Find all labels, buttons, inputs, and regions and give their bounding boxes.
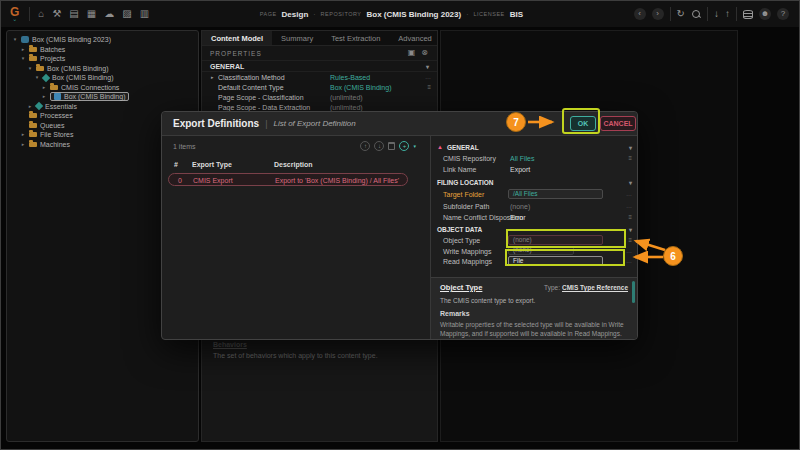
chevron-right-icon[interactable]: ▸ (20, 132, 26, 137)
object-type-input[interactable]: (none) (508, 235, 603, 245)
chevron-down-icon[interactable]: ▾ (27, 66, 33, 71)
toolbar-divider (670, 7, 671, 21)
prop-value[interactable]: Export (510, 166, 530, 173)
menu-button[interactable]: ≡ (628, 237, 632, 243)
chevron-right-icon[interactable]: ▸ (211, 74, 218, 80)
user-icon[interactable]: ☻ (759, 8, 771, 20)
prop-value[interactable]: (none) (510, 203, 530, 210)
app-logo[interactable]: G ⌄ (10, 6, 19, 22)
tree-item-box-folder[interactable]: ▾ Box (CMIS Binding) (7, 64, 198, 74)
items-count: 1 items (173, 143, 196, 150)
ellipsis-button[interactable]: … (626, 248, 632, 254)
chevron-down-icon[interactable]: ▾ (34, 75, 40, 80)
delete-icon[interactable] (388, 142, 395, 150)
prop-value[interactable]: All Files (510, 155, 535, 162)
chevron-right-icon[interactable]: ▸ (41, 85, 47, 90)
tree-item-batches[interactable]: ▸ Batches (7, 45, 198, 55)
ellipsis-button[interactable]: … (626, 203, 632, 209)
refresh-icon[interactable]: ↻ (677, 9, 685, 19)
tasks-icon[interactable]: ▦ (87, 9, 96, 19)
chevron-right-icon[interactable]: ▸ (20, 47, 26, 52)
jobs-icon[interactable]: ▨ (122, 9, 131, 19)
licensee-value[interactable]: BIS (510, 10, 523, 19)
ellipsis-button[interactable]: … (626, 191, 632, 197)
export-definitions-dialog: Export Definitions | List of Export Defi… (161, 111, 638, 340)
row-subfolder-path: Subfolder Path (none) … (431, 201, 637, 212)
batches-icon[interactable]: ▤ (69, 9, 78, 19)
tab-test-extraction[interactable]: Test Extraction (322, 31, 389, 45)
prop-value[interactable]: Box (CMIS Binding) (330, 84, 391, 91)
chevron-right-icon[interactable]: ▸ (20, 142, 26, 147)
tab-summary[interactable]: Summary (272, 31, 322, 45)
write-mappings-input[interactable]: (none) (508, 246, 574, 255)
tree-item-box-project[interactable]: ▾ Box (CMIS Binding) (7, 73, 198, 83)
save-icon[interactable]: ▣ (408, 49, 417, 57)
design-tools-icon[interactable]: ⚒ (52, 9, 61, 19)
ellipsis-button[interactable]: … (626, 258, 632, 264)
download-icon[interactable]: ↓ (714, 9, 719, 19)
list-toolbar: ↑ ↓ + ▾ (360, 141, 416, 151)
menu-button[interactable]: ≡ (628, 155, 632, 161)
prop-value[interactable]: Error (510, 214, 526, 221)
help-remarks-header: Remarks (440, 310, 628, 317)
ellipsis-button[interactable]: … (425, 74, 431, 80)
add-icon[interactable]: + (399, 141, 409, 151)
menu-button[interactable]: ≡ (427, 84, 431, 90)
chevron-down-icon[interactable]: ▾ (629, 226, 632, 233)
chevron-right-icon[interactable]: ▸ (41, 94, 47, 99)
tree-item-root[interactable]: ▾ Box (CMIS Binding 2023) (7, 35, 198, 45)
chevron-down-icon[interactable]: ▾ (629, 144, 632, 151)
export-definition-properties: ▲ GENERAL ▾ CMIS Repository All Files ≡ … (430, 136, 637, 339)
search-icon[interactable] (691, 9, 701, 19)
stats-icon[interactable]: ▥ (140, 9, 149, 19)
section-general[interactable]: GENERAL ▾ (202, 60, 437, 72)
tree-item-cmis-connections[interactable]: ▸ CMIS Connections (7, 83, 198, 93)
help-property-name: Behaviors (213, 341, 426, 348)
section-filing-location[interactable]: FILING LOCATION ▾ (437, 177, 632, 187)
help-icon[interactable]: ? (777, 8, 789, 20)
prop-value[interactable]: (unlimited) (330, 94, 363, 101)
ok-button[interactable]: OK (570, 116, 596, 131)
section-object-data[interactable]: OBJECT DATA ▾ (437, 224, 632, 234)
read-mappings-input[interactable]: File (508, 256, 603, 266)
help-type-link[interactable]: CMIS Type Reference (562, 284, 628, 291)
repository-value[interactable]: Box (CMIS Binding 2023) (366, 10, 461, 19)
nav-back-icon[interactable]: ‹ (634, 8, 646, 20)
toolbar-divider (707, 7, 708, 21)
prop-value[interactable]: Rules-Based (330, 74, 370, 81)
page-value[interactable]: Design (282, 10, 309, 19)
move-up-icon[interactable]: ↑ (360, 141, 370, 151)
chevron-down-icon[interactable]: ▾ (12, 37, 18, 42)
tree-item-box-content-model[interactable]: ▸ Box (CMIS Binding) (7, 92, 198, 102)
upload-icon[interactable]: ↑ (725, 9, 730, 19)
section-general[interactable]: ▲ GENERAL ▾ (437, 142, 632, 152)
nav-forward-icon[interactable]: › (652, 8, 664, 20)
table-row[interactable]: 0 CMIS Export Export to 'Box (CMIS Bindi… (168, 173, 408, 186)
cloud-icon[interactable]: ☁ (104, 9, 114, 19)
home-icon[interactable]: ⌂ (38, 9, 44, 19)
folder-icon (29, 123, 37, 128)
tab-advanced[interactable]: Advanced (389, 31, 440, 45)
scrollbar-thumb[interactable] (632, 281, 635, 303)
chevron-down-icon[interactable]: ▾ (426, 63, 429, 70)
database-icon[interactable] (743, 10, 753, 19)
prop-value[interactable]: (unlimited) (330, 104, 363, 111)
tree-item-essentials[interactable]: ▸ Essentials (7, 102, 198, 112)
close-icon[interactable]: ⊗ (421, 49, 429, 57)
chevron-down-icon[interactable]: ▾ (20, 56, 26, 61)
project-icon (35, 102, 43, 110)
tab-content-model[interactable]: Content Model (202, 31, 272, 45)
folder-icon (29, 47, 37, 52)
toolbar-divider (736, 7, 737, 21)
menu-button[interactable]: ≡ (628, 214, 632, 220)
tree-item-projects[interactable]: ▾ Projects (7, 54, 198, 64)
add-dropdown-caret-icon[interactable]: ▾ (413, 143, 416, 149)
chevron-down-icon[interactable]: ▾ (629, 179, 632, 186)
row-cmis-repository: CMIS Repository All Files ≡ (431, 153, 637, 164)
cancel-button[interactable]: CANCEL (600, 116, 636, 131)
target-folder-input[interactable]: /All Files (508, 189, 603, 199)
chevron-right-icon[interactable]: ▸ (27, 104, 33, 109)
row-link-name: Link Name Export (431, 164, 637, 175)
move-down-icon[interactable]: ↓ (374, 141, 384, 151)
row-target-folder: Target Folder /All Files … (431, 189, 637, 200)
